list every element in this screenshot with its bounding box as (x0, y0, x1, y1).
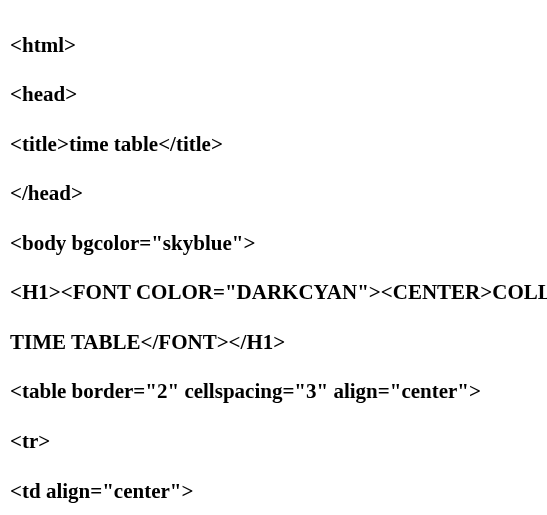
code-line: <tr> (10, 429, 537, 454)
code-line: <td align="center"> (10, 479, 537, 504)
code-line: <body bgcolor="skyblue"> (10, 231, 537, 256)
code-line: TIME TABLE</FONT></H1> (10, 330, 537, 355)
html-source-code: <html> <head> <title>time table</title> … (10, 8, 537, 515)
code-line: <title>time table</title> (10, 132, 537, 157)
code-line: <H1><FONT COLOR="DARKCYAN"><CENTER>COLLE… (10, 280, 537, 305)
code-line: <html> (10, 33, 537, 58)
code-line: <head> (10, 82, 537, 107)
code-line: <table border="2" cellspacing="3" align=… (10, 379, 537, 404)
code-line: </head> (10, 181, 537, 206)
